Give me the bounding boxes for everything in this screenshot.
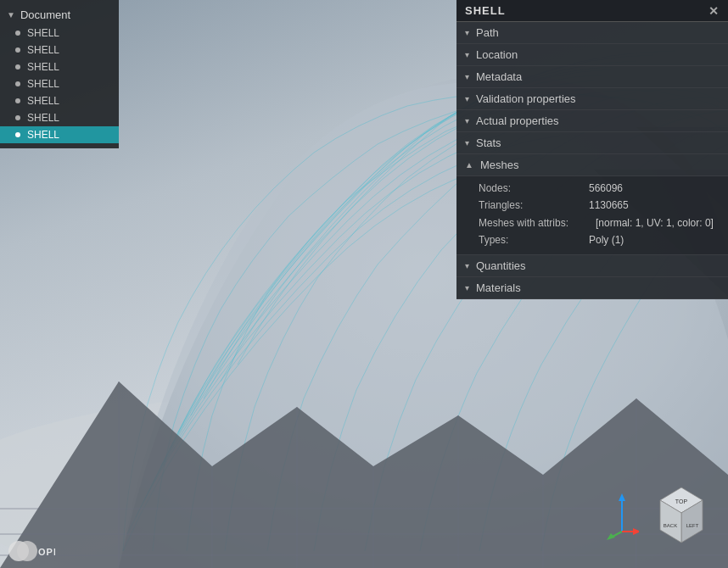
props-sections-container: ▾Path▾Location▾Metadata▾Validation prope… [456, 22, 728, 299]
section-chevron-icon: ▾ [465, 28, 469, 37]
tree-title: Document [20, 8, 70, 21]
tree-item-bullet [15, 64, 20, 70]
section-chevron-icon: ▾ [465, 72, 469, 81]
attribs-label: Meshes with attribs: [479, 214, 589, 231]
meshes-content: Nodes: 566096 Triangles: 1130665 Meshes … [456, 176, 728, 255]
tree-item-shell-0[interactable]: SHELL [0, 25, 119, 42]
nodes-value: 566096 [589, 180, 623, 197]
tree-item-shell-5[interactable]: SHELL [0, 109, 119, 126]
tree-item-bullet [15, 115, 20, 120]
attribs-value: [normal: 1, UV: 1, color: 0] [596, 214, 714, 231]
svg-text:LEFT: LEFT [686, 523, 699, 528]
types-label: Types: [479, 231, 589, 248]
section-label: Meshes [480, 159, 519, 171]
props-section-metadata[interactable]: ▾Metadata [456, 66, 728, 88]
section-label: Materials [476, 281, 521, 294]
types-row: Types: Poly (1) [479, 231, 720, 248]
document-tree-panel: ▼ Document SHELLSHELLSHELLSHELLSHELLSHEL… [0, 0, 119, 148]
section-chevron-icon: ▾ [465, 94, 469, 103]
props-title-bar: SHELL ✕ [456, 0, 728, 22]
svg-marker-19 [607, 533, 615, 540]
svg-marker-17 [633, 528, 639, 535]
triangles-value: 1130665 [589, 197, 629, 214]
tree-item-label: SHELL [27, 129, 59, 141]
tree-item-label: SHELL [27, 44, 59, 56]
tree-item-shell-4[interactable]: SHELL [0, 92, 119, 109]
svg-text:TOP: TOP [675, 498, 688, 504]
section-chevron-icon: ▾ [465, 116, 469, 125]
props-section-path[interactable]: ▾Path [456, 22, 728, 44]
tree-item-shell-1[interactable]: SHELL [0, 42, 119, 58]
section-chevron-icon: ▾ [465, 283, 469, 292]
section-label: Actual properties [476, 114, 559, 127]
tree-header: ▼ Document [0, 5, 119, 25]
tree-item-label: SHELL [27, 78, 59, 90]
section-chevron-icon: ▾ [465, 261, 469, 270]
close-button[interactable]: ✕ [708, 5, 720, 17]
svg-point-21 [17, 541, 37, 561]
open-label: OPEN [38, 547, 55, 557]
tree-item-bullet [15, 31, 20, 36]
tree-item-label: SHELL [27, 95, 59, 107]
tree-item-label: SHELL [27, 27, 59, 39]
tree-item-label: SHELL [27, 61, 59, 73]
tree-item-bullet [15, 98, 20, 103]
attribs-row: Meshes with attribs: [normal: 1, UV: 1, … [479, 214, 720, 231]
properties-panel: SHELL ✕ ▾Path▾Location▾Metadata▾Validati… [456, 0, 728, 299]
props-section-location[interactable]: ▾Location [456, 44, 728, 66]
props-section-actual-properties[interactable]: ▾Actual properties [456, 110, 728, 132]
tree-items-container: SHELLSHELLSHELLSHELLSHELLSHELLSHELL [0, 25, 119, 143]
props-section-stats[interactable]: ▾Stats [456, 132, 728, 154]
section-chevron-icon: ▾ [465, 138, 469, 148]
tree-item-bullet [15, 81, 20, 86]
types-value: Poly (1) [589, 231, 624, 248]
tree-item-label: SHELL [27, 112, 59, 124]
props-section-meshes[interactable]: ▲Meshes [456, 154, 728, 176]
props-section-materials[interactable]: ▾Materials [456, 277, 728, 299]
props-section-quantities[interactable]: ▾Quantities [456, 255, 728, 277]
tree-collapse-icon[interactable]: ▼ [7, 10, 15, 19]
triangles-row: Triangles: 1130665 [479, 197, 720, 214]
open-logo: OPEN [8, 534, 55, 564]
props-title: SHELL [465, 4, 506, 17]
section-chevron-icon: ▾ [465, 50, 469, 59]
triangles-label: Triangles: [479, 197, 589, 214]
axis-arrows [605, 489, 639, 543]
svg-text:BACK: BACK [664, 523, 677, 528]
section-label: Quantities [476, 259, 526, 272]
section-label: Metadata [476, 70, 522, 83]
svg-marker-15 [619, 493, 625, 501]
props-section-validation-properties[interactable]: ▾Validation properties [456, 88, 728, 110]
section-label: Location [476, 48, 518, 61]
tree-item-bullet [15, 132, 20, 137]
section-label: Stats [476, 136, 501, 149]
tree-item-shell-6[interactable]: SHELL [0, 126, 119, 143]
section-label: Validation properties [476, 92, 576, 105]
tree-item-shell-3[interactable]: SHELL [0, 75, 119, 92]
section-label: Path [476, 26, 499, 39]
tree-item-shell-2[interactable]: SHELL [0, 58, 119, 75]
tree-item-bullet [15, 47, 20, 53]
nodes-row: Nodes: 566096 [479, 180, 720, 197]
nav-cube[interactable]: TOP BACK LEFT [643, 475, 720, 551]
section-chevron-icon: ▲ [465, 160, 473, 170]
nodes-label: Nodes: [479, 180, 589, 197]
